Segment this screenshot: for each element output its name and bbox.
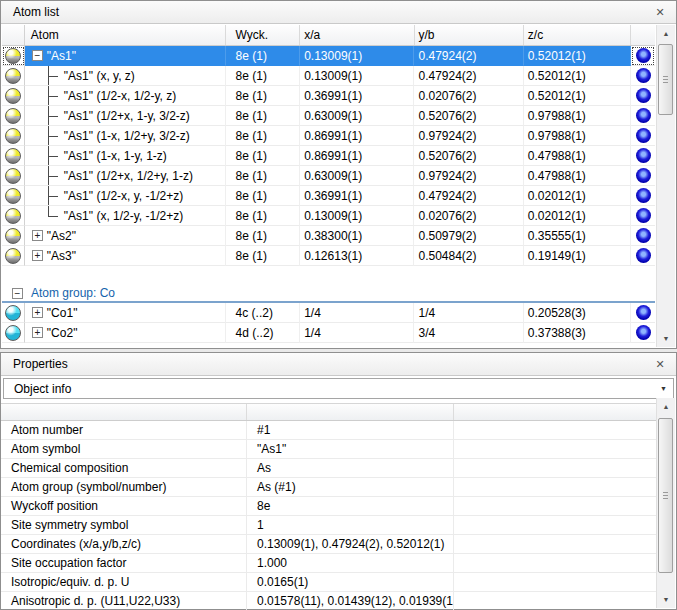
atom-color-button[interactable] [636, 208, 651, 223]
atom-color-button[interactable] [636, 148, 651, 163]
xa-cell[interactable]: 0.36991(1) [300, 186, 414, 206]
xa-cell[interactable]: 0.63009(1) [300, 166, 414, 186]
property-row[interactable]: Atom group (symbol/number)As (#1) [1, 478, 656, 497]
zc-cell[interactable]: 0.19149(1) [524, 246, 631, 266]
zc-cell[interactable]: 0.35555(1) [524, 226, 631, 246]
atom-name-cell[interactable]: "As1" (1/2+x, 1/2+y, 1-z) [25, 166, 226, 186]
expand-plus-icon[interactable]: + [32, 327, 43, 338]
atom-name-cell[interactable]: "As1" (x, 1/2-y, -1/2+z) [25, 206, 226, 226]
zc-cell[interactable]: 0.47988(1) [524, 146, 631, 166]
atom-row[interactable]: "As1" (x, y, z)8e (1)0.13009(1)0.47924(2… [2, 66, 655, 86]
zc-cell[interactable]: 0.47988(1) [524, 166, 631, 186]
yb-cell[interactable]: 0.52076(2) [414, 146, 523, 166]
wyckoff-cell[interactable]: 8e (1) [226, 46, 301, 66]
collapse-minus-icon[interactable]: − [32, 50, 43, 61]
atom-icon-cell[interactable] [2, 166, 25, 186]
xa-cell[interactable]: 0.13009(1) [300, 66, 414, 86]
atom-color-button[interactable] [636, 305, 651, 320]
xa-cell[interactable]: 0.86991(1) [300, 126, 414, 146]
xa-cell[interactable]: 0.13009(1) [300, 206, 414, 226]
wyckoff-cell[interactable]: 4c (..2) [226, 303, 301, 323]
atom-list-scrollbar[interactable]: ▲ ▼ [656, 25, 675, 347]
wyckoff-cell[interactable]: 8e (1) [226, 166, 301, 186]
xa-cell[interactable]: 1/4 [300, 303, 414, 323]
yb-cell[interactable]: 0.97924(2) [414, 166, 523, 186]
wyckoff-cell[interactable]: 8e (1) [226, 186, 301, 206]
scroll-down-icon[interactable]: ▼ [657, 591, 675, 608]
properties-scrollbar[interactable]: ▲ ▼ [656, 398, 675, 608]
xa-cell[interactable]: 0.86991(1) [300, 146, 414, 166]
column-header-yb[interactable]: y/b [415, 25, 524, 45]
atom-color-button[interactable] [636, 88, 651, 103]
atom-list-scrollbar-thumb[interactable] [658, 44, 673, 115]
atom-row[interactable]: "As1" (1/2-x, 1/2-y, z)8e (1)0.36991(1)0… [2, 86, 655, 106]
yb-cell[interactable]: 0.47924(2) [414, 186, 523, 206]
yb-cell[interactable]: 0.50484(2) [414, 246, 523, 266]
property-row[interactable]: Atom symbol"As1" [1, 440, 656, 459]
wyckoff-cell[interactable]: 8e (1) [226, 106, 301, 126]
expand-plus-icon[interactable]: + [32, 307, 43, 318]
atom-name-cell[interactable]: "As1" (x, y, z) [25, 66, 226, 86]
atom-row[interactable]: +"As3"8e (1)0.12613(1)0.50484(2)0.19149(… [2, 246, 655, 266]
property-row[interactable]: Site symmetry symbol1 [1, 516, 656, 535]
atom-name-cell[interactable]: +"Co1" [25, 303, 226, 323]
property-row[interactable]: Anisotropic d. p. (U11,U22,U33)0.01578(1… [1, 592, 656, 610]
wyckoff-cell[interactable]: 8e (1) [226, 206, 301, 226]
atom-icon-cell[interactable] [2, 186, 25, 206]
atom-icon-cell[interactable] [2, 146, 25, 166]
yb-cell[interactable]: 0.52076(2) [414, 106, 523, 126]
yb-cell[interactable]: 0.47924(2) [414, 66, 523, 86]
close-icon[interactable]: ✕ [652, 4, 668, 20]
atom-row[interactable]: "As1" (1/2+x, 1/2+y, 1-z)8e (1)0.63009(1… [2, 166, 655, 186]
atom-row[interactable]: +"As2"8e (1)0.38300(1)0.50979(2)0.35555(… [2, 226, 655, 246]
atom-name-cell[interactable]: +"As3" [25, 246, 226, 266]
column-header-xa[interactable]: x/a [300, 25, 414, 45]
zc-cell[interactable]: 0.37388(3) [524, 323, 631, 343]
zc-cell[interactable]: 0.97988(1) [524, 126, 631, 146]
xa-cell[interactable]: 0.36991(1) [300, 86, 414, 106]
yb-cell[interactable]: 0.47924(2) [414, 46, 523, 66]
atom-color-button[interactable] [636, 248, 651, 263]
atom-color-button[interactable] [636, 108, 651, 123]
chevron-down-icon[interactable]: ▼ [660, 379, 667, 398]
wyckoff-cell[interactable]: 8e (1) [226, 126, 301, 146]
property-row[interactable]: Isotropic/equiv. d. p. U0.0165(1) [1, 573, 656, 592]
atom-row[interactable]: "As1" (1/2+x, 1-y, 3/2-z)8e (1)0.63009(1… [2, 106, 655, 126]
zc-cell[interactable]: 0.02012(1) [524, 206, 631, 226]
property-row[interactable]: Chemical compositionAs [1, 459, 656, 478]
atom-name-cell[interactable]: "As1" (1-x, 1/2+y, 3/2-z) [25, 126, 226, 146]
atom-icon-cell[interactable] [2, 246, 25, 266]
wyckoff-cell[interactable]: 8e (1) [226, 86, 301, 106]
scroll-down-icon[interactable]: ▼ [657, 330, 675, 347]
expand-plus-icon[interactable]: + [32, 250, 43, 261]
atom-color-button[interactable] [636, 48, 651, 63]
zc-cell[interactable]: 0.52012(1) [524, 86, 631, 106]
atom-name-cell[interactable]: +"As2" [25, 226, 226, 246]
atom-name-cell[interactable]: "As1" (1-x, 1-y, 1-z) [25, 146, 226, 166]
expand-plus-icon[interactable]: + [32, 230, 43, 241]
atom-color-button[interactable] [636, 168, 651, 183]
wyckoff-cell[interactable]: 8e (1) [226, 246, 301, 266]
atom-row[interactable]: "As1" (x, 1/2-y, -1/2+z)8e (1)0.13009(1)… [2, 206, 655, 226]
yb-cell[interactable]: 0.02076(2) [414, 206, 523, 226]
atom-icon-cell[interactable] [2, 206, 25, 226]
atom-icon-cell[interactable] [2, 66, 25, 86]
wyckoff-cell[interactable]: 8e (1) [226, 66, 301, 86]
wyckoff-cell[interactable]: 8e (1) [226, 146, 301, 166]
collapse-minus-icon[interactable]: − [12, 288, 23, 299]
atom-row[interactable]: "As1" (1-x, 1-y, 1-z)8e (1)0.86991(1)0.5… [2, 146, 655, 166]
atom-color-button[interactable] [636, 325, 651, 340]
yb-cell[interactable]: 0.50979(2) [414, 226, 523, 246]
column-header-icon[interactable] [2, 25, 25, 45]
atom-color-button[interactable] [636, 68, 651, 83]
column-header-atom[interactable]: Atom [25, 25, 226, 45]
properties-scrollbar-thumb[interactable] [658, 418, 673, 573]
zc-cell[interactable]: 0.52012(1) [524, 46, 631, 66]
yb-cell[interactable]: 1/4 [414, 303, 523, 323]
property-row[interactable]: Coordinates (x/a,y/b,z/c)0.13009(1), 0.4… [1, 535, 656, 554]
property-row[interactable]: Wyckoff position8e [1, 497, 656, 516]
column-header-color[interactable] [631, 25, 655, 45]
scroll-up-icon[interactable]: ▲ [657, 25, 675, 42]
atom-icon-cell[interactable] [2, 86, 25, 106]
xa-cell[interactable]: 0.13009(1) [300, 46, 414, 66]
